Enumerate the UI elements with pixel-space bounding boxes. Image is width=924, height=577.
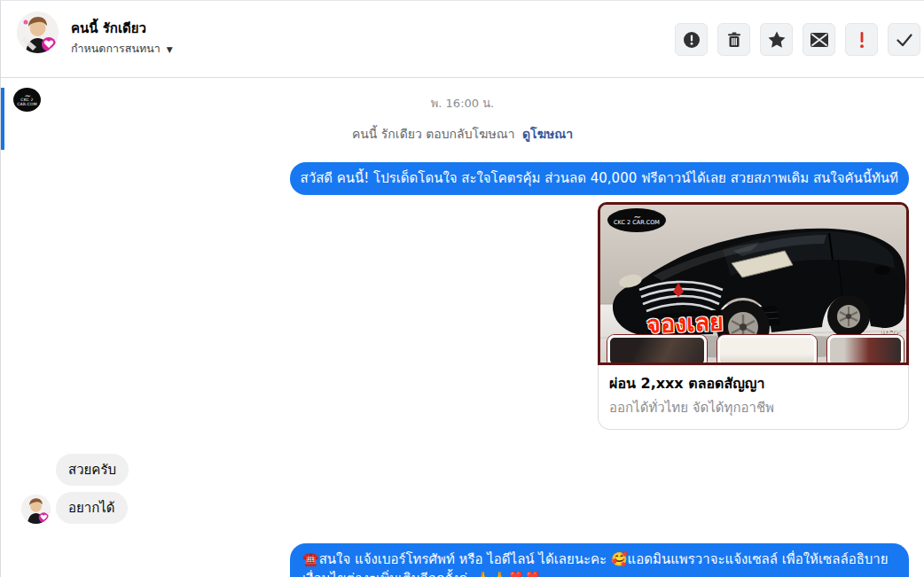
chevron-down-icon: ▼	[167, 45, 173, 54]
messenger-inbox-window: { "header": { "contact_name": "คนนี้ รัก…	[0, 0, 924, 577]
interior-thumbnail	[607, 335, 707, 365]
outgoing-message-bubble: สวัสดี คนนี้! โปรเด็ดโดนใจ สะใจโคตรคุ้ม …	[290, 162, 909, 195]
delete-button[interactable]	[717, 23, 750, 56]
outgoing-message-row: สวัสดี คนนี้! โปรเด็ดโดนใจ สะใจโคตรคุ้ม …	[1, 162, 924, 195]
mark-as-unread-button[interactable]	[803, 23, 835, 56]
incoming-message-bubble: สวยครับ	[56, 454, 129, 486]
report-icon	[683, 31, 701, 49]
sender-avatar	[21, 495, 51, 524]
ad-reply-text: คนนี้ รักเดียว ตอบกลับโฆษณา	[352, 127, 515, 141]
outgoing-message-row: ☎️สนใจ แจ้งเบอร์โทรศัพท์ หรือ ไอดีไลน์ ไ…	[1, 543, 924, 577]
person-avatar-icon	[17, 12, 59, 53]
star-icon	[767, 30, 787, 50]
date-divider: พ. 16:00 น.	[1, 94, 924, 113]
car-listing-card[interactable]: ~ CKC 2 CAR.COM จองเลย J074 ผ่อน 2,xxx ต…	[598, 202, 909, 430]
incoming-message-row: อยากได้	[1, 492, 924, 524]
mark-important-button[interactable]	[845, 23, 878, 56]
mark-done-icon	[895, 30, 914, 50]
mark-done-button[interactable]	[888, 23, 920, 56]
card-title: ผ่อน 2,xxx ตลอดสัญญา	[609, 372, 897, 394]
person-avatar-icon	[21, 495, 51, 524]
mark-as-unread-icon	[810, 32, 829, 48]
moderation-toolbar	[675, 23, 920, 56]
dealer-watermark-badge: ~ CKC 2 CAR.COM	[607, 208, 666, 232]
ad-reply-notice: คนนี้ รักเดียว ตอบกลับโฆษณา ดูโฆษณา	[1, 124, 924, 144]
schedule-conversation-dropdown[interactable]: กำหนดการสนทนา ▼	[71, 40, 173, 58]
contact-name: คนนี้ รักเดียว	[71, 18, 146, 39]
star-button[interactable]	[760, 23, 793, 56]
message-thread: ~ CKC 2 CAR.COM พ. 16:00 น. คนนี้ รักเดี…	[1, 78, 924, 577]
car-photo-attachment[interactable]: ~ CKC 2 CAR.COM จองเลย J074	[598, 202, 909, 365]
report-button[interactable]	[675, 23, 708, 56]
incoming-message-row: สวยครับ	[1, 454, 924, 486]
card-subtitle: ออกได้ทั่วไทย จัดได้ทุกอาชีพ	[609, 397, 897, 418]
page-logo-text: CKC 2 CAR.COM	[13, 98, 41, 107]
outgoing-message-bubble: ☎️สนใจ แจ้งเบอร์โทรศัพท์ หรือ ไอดีไลน์ ไ…	[290, 543, 909, 577]
card-info[interactable]: ผ่อน 2,xxx ตลอดสัญญา ออกได้ทั่วไทย จัดได…	[598, 365, 909, 430]
conversation-header: คนนี้ รักเดียว กำหนดการสนทนา ▼	[1, 1, 924, 78]
page-logo-avatar: ~ CKC 2 CAR.COM	[13, 88, 41, 112]
interior-thumbnail	[717, 335, 817, 365]
dealer-watermark-text: CKC 2 CAR.COM	[614, 220, 660, 226]
schedule-conversation-label: กำหนดการสนทนา	[71, 42, 161, 55]
interior-thumbnail	[827, 335, 904, 365]
delete-icon	[725, 31, 743, 49]
contact-avatar	[17, 12, 59, 53]
view-ad-link[interactable]: ดูโฆษณา	[522, 127, 573, 141]
incoming-message-bubble: อยากได้	[56, 492, 128, 524]
mark-important-icon	[853, 30, 871, 50]
unread-indicator	[1, 88, 4, 150]
